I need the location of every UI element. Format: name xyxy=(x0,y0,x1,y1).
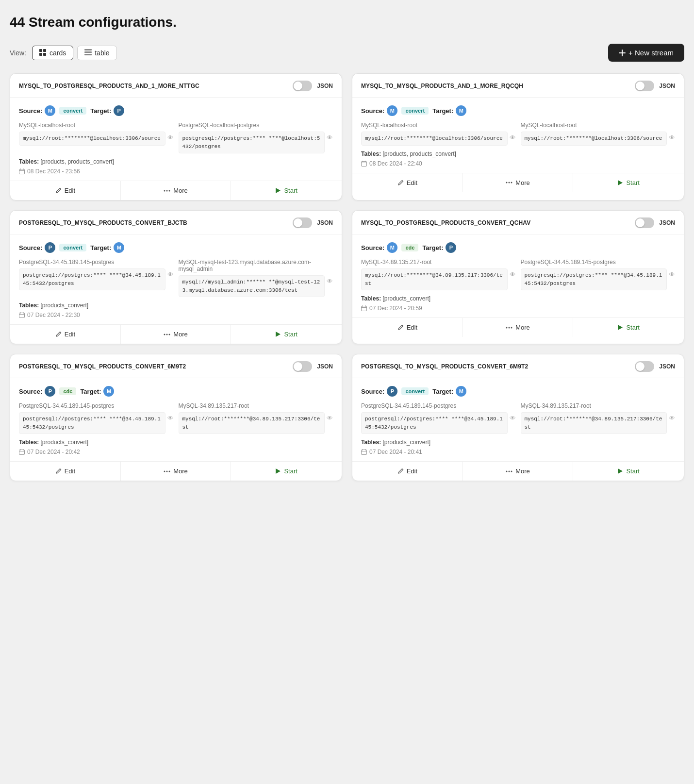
target-conn-string: mysql://mysql_admin:****** **@mysql-test… xyxy=(179,275,325,297)
edit-button[interactable]: Edit xyxy=(10,462,121,481)
target-eye-icon[interactable]: 👁 xyxy=(327,278,333,285)
source-eye-icon[interactable]: 👁 xyxy=(510,271,516,278)
tables-value: [products, products_convert] xyxy=(40,158,114,165)
edit-button[interactable]: Edit xyxy=(352,318,463,337)
tables-label: Tables: xyxy=(361,295,381,302)
source-conn-col: PostgreSQL-34.45.189.145-postgres postgr… xyxy=(19,402,174,434)
edit-button[interactable]: Edit xyxy=(352,462,463,481)
card-body: Source: P convert Target: M PostgreSQL-3… xyxy=(352,378,684,461)
card-header-right: JSON xyxy=(293,217,333,228)
source-eye-icon[interactable]: 👁 xyxy=(510,134,516,141)
svg-rect-5 xyxy=(84,51,92,53)
target-db-name: MySQL-mysql-test-123.mysql.database.azur… xyxy=(179,259,333,272)
source-db-icon: M xyxy=(387,242,397,253)
stream-toggle[interactable] xyxy=(635,81,654,91)
stream-toggle[interactable] xyxy=(293,361,312,372)
svg-point-38 xyxy=(509,327,510,328)
source-conn-wrap: mysql://root:********@34.89.135.217:3306… xyxy=(361,268,516,290)
start-button[interactable]: Start xyxy=(573,173,684,192)
conn-grid: PostgreSQL-34.45.189.145-postgres postgr… xyxy=(19,259,333,297)
table-view-button[interactable]: table xyxy=(77,46,116,60)
card-body: Source: M cdc Target: P MySQL-34.89.135.… xyxy=(352,234,684,317)
svg-point-37 xyxy=(506,327,508,328)
source-db-icon: P xyxy=(45,242,55,253)
edit-button[interactable]: Edit xyxy=(10,325,121,344)
page-title: 44 Stream configurations. xyxy=(10,15,684,30)
source-conn-string: postgresql://postgres:**** ****@34.45.18… xyxy=(361,412,508,434)
svg-rect-1 xyxy=(43,49,46,52)
tables-row: Tables: [products_convert] xyxy=(361,439,675,446)
svg-rect-6 xyxy=(84,54,92,55)
start-button[interactable]: Start xyxy=(573,318,684,337)
card-header-right: JSON xyxy=(293,361,333,372)
card-footer: Edit More Start xyxy=(10,324,342,344)
target-eye-icon[interactable]: 👁 xyxy=(669,271,675,278)
cards-view-button[interactable]: cards xyxy=(32,46,73,60)
target-eye-icon[interactable]: 👁 xyxy=(669,415,675,422)
more-icon xyxy=(506,327,512,329)
more-button[interactable]: More xyxy=(463,318,574,337)
svg-point-22 xyxy=(509,182,510,183)
start-label: Start xyxy=(284,331,297,338)
play-icon xyxy=(617,468,623,474)
source-conn-wrap: postgresql://postgres:**** ****@34.45.18… xyxy=(19,268,174,290)
svg-rect-33 xyxy=(362,306,367,311)
stream-toggle[interactable] xyxy=(293,81,312,91)
card-header: POSTGRESQL_TO_MYSQL_PRODUCTS_CONVERT_6M9… xyxy=(352,354,684,378)
date-row: 08 Dec 2024 - 23:56 xyxy=(19,168,333,175)
more-button[interactable]: More xyxy=(121,181,231,200)
stream-card: POSTGRESQL_TO_MYSQL_PRODUCTS_CONVERT_6M9… xyxy=(10,354,342,481)
target-conn-string: postgresql://postgres:**** ****@34.45.18… xyxy=(521,268,667,290)
card-header: MYSQL_TO_POSTGRESQL_PRODUCTS_CONVERT_QCH… xyxy=(352,211,684,234)
source-eye-icon[interactable]: 👁 xyxy=(167,415,174,422)
tables-value: [products_convert] xyxy=(382,439,430,446)
source-eye-icon[interactable]: 👁 xyxy=(167,271,174,278)
source-db-icon: P xyxy=(45,386,55,397)
edit-button[interactable]: Edit xyxy=(10,181,121,200)
source-eye-icon[interactable]: 👁 xyxy=(510,415,516,422)
tables-row: Tables: [products_convert] xyxy=(361,295,675,302)
target-eye-icon[interactable]: 👁 xyxy=(327,134,333,141)
target-conn-col: MySQL-localhost-root mysql://root:******… xyxy=(521,122,676,146)
target-label: Target: M xyxy=(432,105,466,116)
more-button[interactable]: More xyxy=(121,462,231,481)
source-conn-wrap: mysql://root:********@localhost:3306/sou… xyxy=(19,132,174,146)
mode-badge: convert xyxy=(401,107,429,115)
card-footer: Edit More Start xyxy=(10,461,342,481)
card-date: 08 Dec 2024 - 23:56 xyxy=(27,168,80,175)
start-button[interactable]: Start xyxy=(573,462,684,481)
play-icon xyxy=(275,331,281,337)
json-badge: JSON xyxy=(317,363,333,370)
source-target-row: Source: M cdc Target: P xyxy=(361,242,675,253)
stream-toggle[interactable] xyxy=(635,217,654,228)
start-button[interactable]: Start xyxy=(231,181,342,200)
more-button[interactable]: More xyxy=(463,462,574,481)
start-label: Start xyxy=(626,179,639,186)
target-conn-string: mysql://root:********@localhost:3306/sou… xyxy=(521,132,667,146)
source-conn-col: MySQL-localhost-root mysql://root:******… xyxy=(361,122,516,146)
edit-icon xyxy=(55,468,62,474)
more-label: More xyxy=(515,324,530,331)
target-eye-icon[interactable]: 👁 xyxy=(669,134,675,141)
start-button[interactable]: Start xyxy=(231,462,342,481)
stream-toggle[interactable] xyxy=(293,217,312,228)
card-name: POSTGRESQL_TO_MYSQL_PRODUCTS_CONVERT_6M9… xyxy=(361,363,630,370)
edit-button[interactable]: Edit xyxy=(352,173,463,192)
source-label: Source: P xyxy=(361,386,397,397)
source-conn-string: postgresql://postgres:**** ****@34.45.18… xyxy=(19,412,165,434)
source-db-name: MySQL-localhost-root xyxy=(361,122,516,129)
start-label: Start xyxy=(626,324,639,331)
more-button[interactable]: More xyxy=(121,325,231,344)
target-eye-icon[interactable]: 👁 xyxy=(327,415,333,422)
new-stream-button[interactable]: + New stream xyxy=(608,44,684,62)
source-label: Source: M xyxy=(361,242,397,253)
start-label: Start xyxy=(626,467,639,475)
edit-label: Edit xyxy=(65,331,75,338)
more-button[interactable]: More xyxy=(463,173,574,192)
source-eye-icon[interactable]: 👁 xyxy=(167,134,174,141)
card-name: MYSQL_TO_POSTGRESQL_PRODUCTS_AND_1_MORE_… xyxy=(19,83,288,89)
date-row: 07 Dec 2024 - 22:30 xyxy=(19,312,333,318)
stream-toggle[interactable] xyxy=(635,361,654,372)
start-button[interactable]: Start xyxy=(231,325,342,344)
svg-rect-2 xyxy=(39,53,42,56)
